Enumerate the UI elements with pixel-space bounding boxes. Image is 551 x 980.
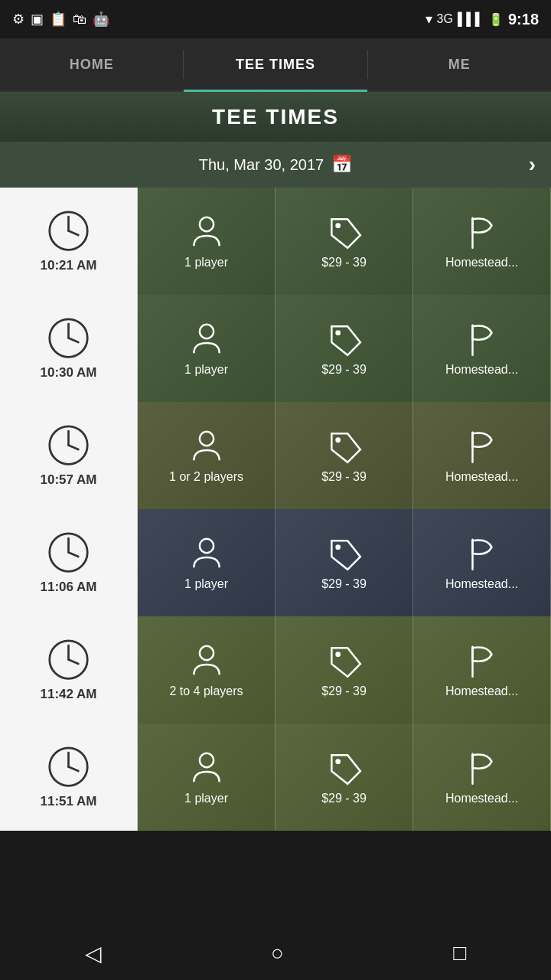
time-cell: 11:42 AM [0,616,138,724]
svg-point-10 [335,330,341,335]
players-cell: 1 player [138,724,276,831]
time-label: 11:51 AM [40,794,96,809]
player-icon [187,213,226,251]
price-tag-icon [325,534,364,573]
date-next-arrow[interactable]: › [529,152,536,177]
time-cell: 10:21 AM [0,188,138,295]
svg-point-33 [199,753,213,767]
price-label: $29 - 39 [321,577,367,591]
price-tag-icon [325,642,364,680]
course-label: Homestead... [445,470,518,484]
status-icons-right: ▾ 3G ▌▌▌ 🔋 9:18 [425,11,539,28]
home-button[interactable]: ○ [271,941,284,965]
clock-icon [47,424,90,466]
flag-icon [463,642,501,680]
back-button[interactable]: ◁ [85,941,102,966]
time-cell: 11:51 AM [0,724,138,831]
players-cell: 1 or 2 players [138,402,276,509]
flag-icon [463,749,501,787]
tee-row[interactable]: 10:57 AM 1 or 2 players $29 - 39 Homeste… [0,402,551,509]
svg-line-2 [69,230,79,235]
course-label: Homestead... [445,684,518,698]
tee-row[interactable]: 11:06 AM 1 player $29 - 39 Homestead... [0,509,551,616]
players-label: 1 player [184,256,228,270]
tab-tee-times[interactable]: TEE TIMES [184,38,367,90]
price-cell: $29 - 39 [276,724,413,831]
svg-point-34 [335,759,341,764]
calendar-icon: 📅 [331,155,352,175]
clock-icon [47,531,90,573]
course-cell: Homestead... [413,188,551,295]
svg-line-26 [69,659,79,664]
svg-point-3 [199,217,213,231]
tab-me[interactable]: ME [368,38,551,90]
svg-point-15 [199,432,213,446]
android-icon: 🤖 [93,11,109,28]
svg-point-28 [335,652,341,657]
network-label: 3G [437,12,453,26]
date-bar[interactable]: Thu, Mar 30, 2017 📅 › [0,142,551,188]
bag-icon: 🛍 [73,11,86,28]
bottom-nav: ◁ ○ □ [0,926,551,980]
price-tag-icon [325,749,364,787]
svg-line-20 [69,552,79,557]
time-label: 10:30 AM [40,365,96,381]
status-time: 9:18 [508,11,539,28]
wifi-icon: ▾ [425,11,432,28]
price-cell: $29 - 39 [276,188,413,295]
svg-line-8 [69,338,79,342]
price-label: $29 - 39 [321,363,367,377]
svg-line-14 [69,445,79,449]
time-label: 11:06 AM [40,580,96,595]
tab-home[interactable]: HOME [0,38,183,90]
svg-point-4 [335,223,341,228]
player-icon [187,642,226,680]
course-cell: Homestead... [413,295,551,402]
tee-row[interactable]: 11:51 AM 1 player $29 - 39 Homestead... [0,724,551,831]
price-label: $29 - 39 [321,470,367,484]
time-cell: 11:06 AM [0,509,138,616]
course-cell: Homestead... [413,509,551,616]
player-icon [187,427,226,466]
time-cell: 10:30 AM [0,295,138,402]
course-label: Homestead... [445,792,518,805]
flag-icon [463,534,501,573]
price-cell: $29 - 39 [276,402,413,509]
players-label: 1 or 2 players [169,470,243,484]
player-icon [187,320,226,358]
nav-tabs: HOME TEE TIMES ME [0,38,551,92]
price-cell: $29 - 39 [276,509,413,616]
flag-icon [463,320,501,358]
status-icons-left: ⚙ ▣ 📋 🛍 🤖 [12,11,109,28]
page-header: TEE TIMES [0,92,551,142]
clock-icon [47,746,90,788]
course-label: Homestead... [445,363,518,377]
flag-icon [463,213,501,251]
players-label: 1 player [184,577,228,591]
course-label: Homestead... [445,256,518,270]
svg-point-22 [335,544,341,550]
tee-row[interactable]: 10:30 AM 1 player $29 - 39 Homestead... [0,295,551,402]
players-cell: 2 to 4 players [138,616,276,724]
date-display: Thu, Mar 30, 2017 [199,156,324,174]
course-cell: Homestead... [413,616,551,724]
course-cell: Homestead... [413,402,551,509]
price-cell: $29 - 39 [276,295,413,402]
time-label: 10:21 AM [40,258,96,273]
recent-button[interactable]: □ [453,941,466,965]
price-label: $29 - 39 [321,792,367,805]
price-tag-icon [325,213,364,251]
tee-times-list: 10:21 AM 1 player $29 - 39 Homestead... [0,188,551,926]
players-label: 1 player [184,792,228,805]
players-label: 1 player [184,363,228,377]
svg-point-27 [199,646,213,660]
tee-row[interactable]: 11:42 AM 2 to 4 players $29 - 39 Homeste… [0,616,551,724]
doc-icon: 📋 [50,11,67,28]
price-tag-icon [325,427,364,466]
price-cell: $29 - 39 [276,616,413,724]
tee-row[interactable]: 10:21 AM 1 player $29 - 39 Homestead... [0,188,551,295]
course-label: Homestead... [445,577,518,591]
players-cell: 1 player [138,295,276,402]
players-label: 2 to 4 players [169,684,243,698]
clock-icon [47,639,90,681]
